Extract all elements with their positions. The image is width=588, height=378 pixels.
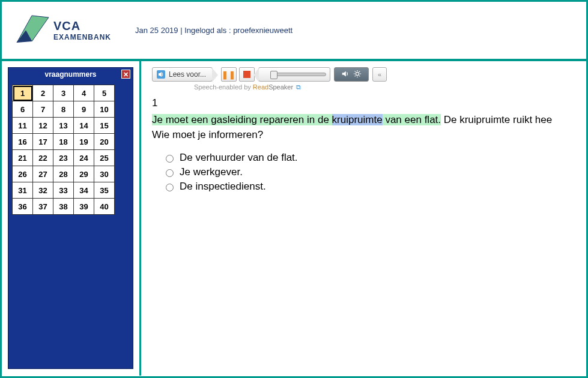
collapse-button[interactable]: « <box>372 67 387 82</box>
question-cell-36[interactable]: 36 <box>13 199 33 215</box>
question-cell-7[interactable]: 7 <box>33 101 53 118</box>
logo: VCA EXAMENBANK <box>14 13 111 49</box>
question-line2: Wie moet je informeren? <box>152 129 263 140</box>
answer-option-3[interactable]: De inspectiedienst. <box>163 181 586 193</box>
question-cell-13[interactable]: 13 <box>53 118 74 134</box>
answer-radio-3[interactable] <box>166 184 174 191</box>
question-cell-9[interactable]: 9 <box>74 101 94 118</box>
header: VCA EXAMENBANK Jan 25 2019 | Ingelogd al… <box>2 2 586 59</box>
svg-line-6 <box>355 71 356 71</box>
question-cell-29[interactable]: 29 <box>74 166 94 182</box>
progress-handle[interactable] <box>270 71 277 79</box>
svg-line-9 <box>359 71 360 71</box>
answer-label-1: De verhuurder van de flat. <box>180 152 298 164</box>
question-rest: De kruipruimte ruikt hee <box>441 114 552 125</box>
main: vraagnummers ✕ 1234567891011121314151617… <box>2 61 586 376</box>
question-cell-32[interactable]: 32 <box>33 182 53 199</box>
svg-line-7 <box>359 76 360 76</box>
logo-line2: EXAMENBANK <box>53 33 111 41</box>
question-cell-19[interactable]: 19 <box>74 134 94 150</box>
question-cell-40[interactable]: 40 <box>94 199 115 215</box>
readspeaker-credit: Speech-enabled by ReadSpeaker ⧉ <box>194 83 586 91</box>
answer-option-2[interactable]: Je werkgever. <box>163 166 586 178</box>
logo-line1: VCA <box>53 19 111 33</box>
question-cell-23[interactable]: 23 <box>53 150 74 166</box>
pause-icon: ❚❚ <box>222 70 236 79</box>
app-frame: VCA EXAMENBANK Jan 25 2019 | Ingelogd al… <box>0 0 588 378</box>
panel-footer-pad <box>8 218 133 368</box>
credit-speaker: Speaker <box>268 83 293 91</box>
question-cell-16[interactable]: 16 <box>13 134 33 150</box>
volume-icon[interactable] <box>341 70 350 80</box>
question-cell-2[interactable]: 2 <box>33 85 53 101</box>
listen-label: Lees voor... <box>169 70 206 79</box>
question-cell-31[interactable]: 31 <box>13 182 33 199</box>
question-cell-24[interactable]: 24 <box>74 150 94 166</box>
question-grid: 1234567891011121314151617181920212223242… <box>12 85 115 215</box>
question-cell-11[interactable]: 11 <box>13 118 33 134</box>
question-cell-33[interactable]: 33 <box>53 182 74 199</box>
question-cell-30[interactable]: 30 <box>94 166 115 182</box>
stop-button[interactable] <box>239 67 255 82</box>
listen-button[interactable]: Lees voor... <box>152 67 213 82</box>
question-cell-6[interactable]: 6 <box>13 101 33 118</box>
speaker-icon <box>156 70 166 79</box>
question-cell-4[interactable]: 4 <box>74 85 94 101</box>
question-number: 1 <box>152 97 586 109</box>
question-text: Je moet een gasleiding repareren in de k… <box>152 113 586 142</box>
hl-pre: Je moet een gasleiding repareren in de <box>152 114 332 125</box>
external-link-icon[interactable]: ⧉ <box>296 83 301 91</box>
svg-line-8 <box>355 76 356 76</box>
question-cell-37[interactable]: 37 <box>33 199 53 215</box>
highlight-sentence: Je moet een gasleiding repareren in de k… <box>152 114 441 125</box>
question-cell-39[interactable]: 39 <box>74 199 94 215</box>
readspeaker-toolbar: Lees voor... ❚❚ « <box>152 67 586 82</box>
answer-label-3: De inspectiedienst. <box>180 181 266 193</box>
settings-icon[interactable] <box>353 70 362 80</box>
sidebar: vraagnummers ✕ 1234567891011121314151617… <box>2 61 141 376</box>
login-status: Jan 25 2019 | Ingelogd als : proefexnieu… <box>135 26 292 35</box>
question-number-panel: vraagnummers ✕ 1234567891011121314151617… <box>8 67 133 369</box>
question-cell-26[interactable]: 26 <box>13 166 33 182</box>
question-cell-25[interactable]: 25 <box>94 150 115 166</box>
question-cell-17[interactable]: 17 <box>33 134 53 150</box>
hl-post: van een flat. <box>383 114 441 125</box>
pause-button[interactable]: ❚❚ <box>221 67 237 82</box>
question-cell-14[interactable]: 14 <box>74 118 94 134</box>
question-cell-27[interactable]: 27 <box>33 166 53 182</box>
audio-controls <box>334 67 369 82</box>
content: Lees voor... ❚❚ « Speech-en <box>141 61 586 376</box>
panel-title: vraagnummers ✕ <box>8 68 133 81</box>
answer-options: De verhuurder van de flat.Je werkgever.D… <box>152 152 586 193</box>
question-cell-10[interactable]: 10 <box>94 101 115 118</box>
question-cell-34[interactable]: 34 <box>74 182 94 199</box>
answer-radio-2[interactable] <box>166 169 174 177</box>
credit-read: Read <box>253 83 268 91</box>
question-cell-18[interactable]: 18 <box>53 134 74 150</box>
progress-track[interactable] <box>258 67 330 82</box>
question-cell-22[interactable]: 22 <box>33 150 53 166</box>
answer-radio-1[interactable] <box>166 155 174 163</box>
question-cell-28[interactable]: 28 <box>53 166 74 182</box>
credit-prefix: Speech-enabled by <box>194 83 253 91</box>
answer-label-2: Je werkgever. <box>180 166 243 178</box>
question-cell-12[interactable]: 12 <box>33 118 53 134</box>
question-cell-3[interactable]: 3 <box>53 85 74 101</box>
question-cell-35[interactable]: 35 <box>94 182 115 199</box>
question-cell-38[interactable]: 38 <box>53 199 74 215</box>
close-icon[interactable]: ✕ <box>121 70 130 79</box>
stop-icon <box>243 71 250 78</box>
question-cell-8[interactable]: 8 <box>53 101 74 118</box>
panel-title-text: vraagnummers <box>44 70 96 79</box>
question-cell-21[interactable]: 21 <box>13 150 33 166</box>
answer-option-1[interactable]: De verhuurder van de flat. <box>163 152 586 164</box>
logo-mark-icon <box>14 13 50 49</box>
question-cell-15[interactable]: 15 <box>94 118 115 134</box>
svg-point-1 <box>356 72 359 75</box>
logo-text: VCA EXAMENBANK <box>53 19 111 41</box>
hl-word: kruipruimte <box>332 114 383 125</box>
question-cell-20[interactable]: 20 <box>94 134 115 150</box>
question-cell-1[interactable]: 1 <box>13 85 33 101</box>
progress-slider[interactable] <box>271 73 326 76</box>
question-cell-5[interactable]: 5 <box>94 85 115 101</box>
